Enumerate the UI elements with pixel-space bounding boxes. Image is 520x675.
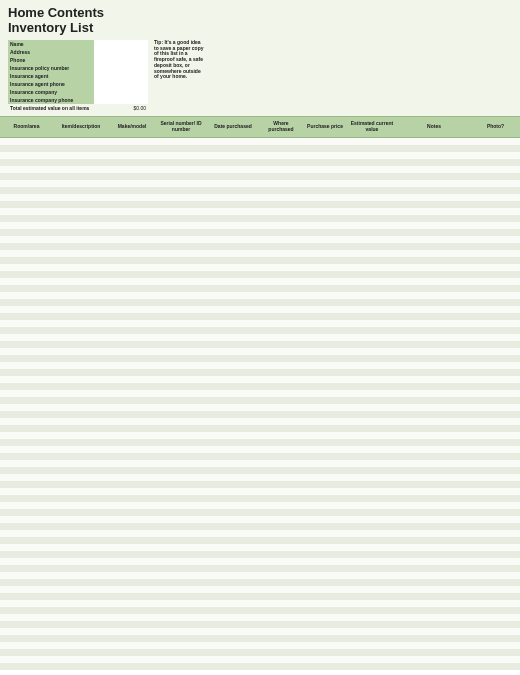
table-row[interactable] [0, 649, 520, 656]
table-row[interactable] [0, 194, 520, 201]
table-row[interactable] [0, 523, 520, 530]
table-row[interactable] [0, 600, 520, 607]
table-row[interactable] [0, 621, 520, 628]
table-row[interactable] [0, 215, 520, 222]
table-row[interactable] [0, 369, 520, 376]
table-row[interactable] [0, 187, 520, 194]
table-row[interactable] [0, 502, 520, 509]
info-label: Insurance agent phone [8, 80, 94, 88]
info-label: Insurance company phone [8, 96, 94, 104]
info-value-cell[interactable] [94, 40, 148, 48]
table-row[interactable] [0, 201, 520, 208]
table-row[interactable] [0, 166, 520, 173]
header-band: Home Contents Inventory List NameAddress… [0, 0, 520, 116]
table-row[interactable] [0, 257, 520, 264]
info-label: Name [8, 40, 94, 48]
table-row[interactable] [0, 642, 520, 649]
table-row[interactable] [0, 453, 520, 460]
table-row[interactable] [0, 593, 520, 600]
table-row[interactable] [0, 229, 520, 236]
column-header: Make/model [109, 117, 155, 137]
table-row[interactable] [0, 383, 520, 390]
table-row[interactable] [0, 656, 520, 663]
table-row[interactable] [0, 278, 520, 285]
table-row[interactable] [0, 495, 520, 502]
info-value-cell[interactable] [94, 72, 148, 80]
table-row[interactable] [0, 390, 520, 397]
info-row: Insurance company [8, 88, 148, 96]
info-value-cell[interactable] [94, 56, 148, 64]
table-row[interactable] [0, 579, 520, 586]
tip-text: Tip: It's a good idea to save a paper co… [154, 40, 206, 80]
table-row[interactable] [0, 460, 520, 467]
info-row: Insurance company phone [8, 96, 148, 104]
table-row[interactable] [0, 236, 520, 243]
info-value-cell[interactable] [94, 96, 148, 104]
table-row[interactable] [0, 404, 520, 411]
info-value-cell[interactable] [94, 80, 148, 88]
info-value-cell[interactable] [94, 88, 148, 96]
table-row[interactable] [0, 544, 520, 551]
table-row[interactable] [0, 411, 520, 418]
table-row[interactable] [0, 376, 520, 383]
table-row[interactable] [0, 425, 520, 432]
table-row[interactable] [0, 271, 520, 278]
table-row[interactable] [0, 397, 520, 404]
table-row[interactable] [0, 180, 520, 187]
column-header: Purchase price [303, 117, 347, 137]
table-row[interactable] [0, 467, 520, 474]
table-row[interactable] [0, 159, 520, 166]
table-row[interactable] [0, 327, 520, 334]
info-value-cell[interactable] [94, 64, 148, 72]
table-row[interactable] [0, 439, 520, 446]
table-row[interactable] [0, 299, 520, 306]
table-row[interactable] [0, 635, 520, 642]
table-row[interactable] [0, 348, 520, 355]
table-row[interactable] [0, 628, 520, 635]
info-label: Insurance agent [8, 72, 94, 80]
table-row[interactable] [0, 145, 520, 152]
table-row[interactable] [0, 208, 520, 215]
column-header: Date purchased [207, 117, 259, 137]
table-row[interactable] [0, 355, 520, 362]
info-value-cell[interactable] [94, 48, 148, 56]
info-total-row: Total estimated value on all items$0.00 [8, 104, 148, 112]
table-row[interactable] [0, 152, 520, 159]
grid-body [0, 138, 520, 670]
table-row[interactable] [0, 285, 520, 292]
info-total-label: Total estimated value on all items [8, 104, 94, 112]
table-row[interactable] [0, 530, 520, 537]
table-row[interactable] [0, 558, 520, 565]
table-row[interactable] [0, 586, 520, 593]
table-row[interactable] [0, 320, 520, 327]
table-row[interactable] [0, 614, 520, 621]
info-label: Address [8, 48, 94, 56]
table-row[interactable] [0, 341, 520, 348]
table-row[interactable] [0, 481, 520, 488]
table-row[interactable] [0, 474, 520, 481]
table-row[interactable] [0, 446, 520, 453]
table-row[interactable] [0, 607, 520, 614]
table-row[interactable] [0, 138, 520, 145]
table-row[interactable] [0, 222, 520, 229]
info-row: Phone [8, 56, 148, 64]
table-row[interactable] [0, 572, 520, 579]
table-row[interactable] [0, 488, 520, 495]
table-row[interactable] [0, 565, 520, 572]
table-row[interactable] [0, 516, 520, 523]
table-row[interactable] [0, 418, 520, 425]
table-row[interactable] [0, 362, 520, 369]
table-row[interactable] [0, 551, 520, 558]
table-row[interactable] [0, 432, 520, 439]
table-row[interactable] [0, 537, 520, 544]
table-row[interactable] [0, 306, 520, 313]
table-row[interactable] [0, 663, 520, 670]
table-row[interactable] [0, 264, 520, 271]
table-row[interactable] [0, 509, 520, 516]
table-row[interactable] [0, 292, 520, 299]
table-row[interactable] [0, 250, 520, 257]
table-row[interactable] [0, 243, 520, 250]
table-row[interactable] [0, 313, 520, 320]
table-row[interactable] [0, 334, 520, 341]
table-row[interactable] [0, 173, 520, 180]
